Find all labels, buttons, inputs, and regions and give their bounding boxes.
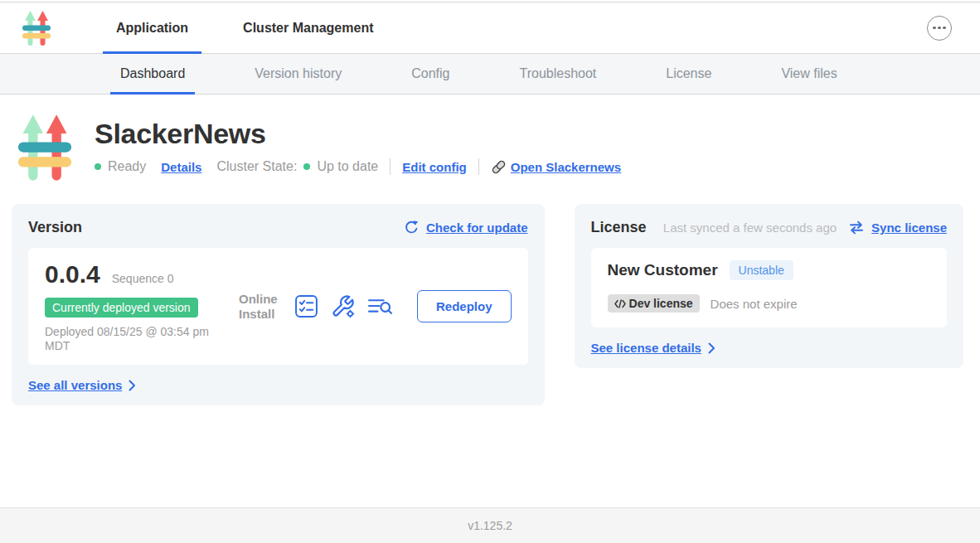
cluster-state-value: Up to date — [317, 159, 378, 174]
sequence-label: Sequence 0 — [112, 272, 174, 285]
details-link[interactable]: Details — [161, 160, 201, 174]
customer-name: New Customer — [608, 261, 718, 279]
dashboard-main: SlackerNews Ready Details Cluster State:… — [0, 95, 980, 507]
current-version-panel: 0.0.4 Sequence 0 Currently deployed vers… — [28, 248, 528, 365]
license-card: License Last synced a few seconds ago Sy… — [575, 204, 963, 368]
app-logo-small[interactable] — [22, 2, 51, 53]
open-app-link[interactable]: Open Slackernews — [511, 160, 621, 174]
see-all-versions-link[interactable]: See all versions — [28, 378, 122, 392]
divider — [478, 158, 479, 175]
check-for-update-link[interactable]: Check for update — [426, 221, 528, 235]
license-expiry: Does not expire — [711, 297, 798, 311]
cluster-state-dot — [303, 163, 310, 170]
console-footer: v1.125.2 — [0, 507, 980, 543]
license-details-panel: New Customer Unstable Dev license Does n… — [591, 248, 947, 327]
edit-config-link[interactable]: Edit config — [402, 160, 467, 174]
code-icon — [614, 299, 626, 308]
config-wrench-icon[interactable] — [331, 294, 355, 318]
divider — [390, 158, 391, 175]
top-navbar: Application Cluster Management — [0, 2, 980, 54]
license-card-title: License — [591, 219, 647, 236]
chevron-right-icon — [129, 380, 136, 391]
tab-application[interactable]: Application — [103, 2, 201, 53]
refresh-icon[interactable] — [404, 220, 420, 235]
sync-arrows-icon[interactable] — [848, 221, 865, 235]
deployed-timestamp: Deployed 08/15/25 @ 03:54 pm MDT — [45, 325, 227, 352]
license-type-badge: Dev license — [608, 294, 700, 313]
preflight-checks-icon[interactable] — [294, 294, 318, 318]
subnav-item-license[interactable]: License — [666, 54, 711, 94]
version-card-title: Version — [28, 219, 82, 236]
deploy-logs-icon[interactable] — [367, 295, 393, 318]
version-card: Version Check for update 0.0.4 Sequence … — [12, 204, 545, 405]
app-subnav: Dashboard Version history Config Trouble… — [0, 54, 980, 95]
slackernews-logo-large — [17, 111, 73, 184]
redeploy-button[interactable]: Redeploy — [417, 290, 512, 322]
cluster-state-label: Cluster State: — [216, 159, 297, 174]
overflow-menu-button[interactable] — [927, 16, 952, 41]
version-number: 0.0.4 — [45, 260, 100, 288]
install-type-label: Online Install — [239, 292, 282, 321]
deployed-badge: Currently deployed version — [45, 298, 198, 318]
chevron-right-icon — [708, 342, 716, 354]
last-synced-text: Last synced a few seconds ago — [663, 221, 837, 235]
ellipsis-icon — [933, 27, 936, 30]
subnav-item-config[interactable]: Config — [411, 54, 449, 94]
app-status-row: Ready Details Cluster State: Up to date … — [95, 158, 621, 175]
app-status-dot — [95, 163, 101, 170]
subnav-item-version-history[interactable]: Version history — [255, 54, 342, 94]
see-license-details-link[interactable]: See license details — [591, 341, 701, 355]
console-version: v1.125.2 — [468, 519, 512, 532]
channel-badge: Unstable — [730, 260, 793, 280]
license-type-label: Dev license — [629, 297, 693, 310]
subnav-item-troubleshoot[interactable]: Troubleshoot — [519, 54, 596, 94]
slackernews-logo-icon — [22, 9, 51, 47]
chain-link-icon — [491, 159, 507, 175]
subnav-item-dashboard[interactable]: Dashboard — [120, 54, 185, 94]
subnav-item-view-files[interactable]: View files — [781, 54, 837, 94]
sync-license-link[interactable]: Sync license — [871, 221, 947, 235]
dashboard-cards: Version Check for update 0.0.4 Sequence … — [0, 184, 980, 405]
tab-cluster-management[interactable]: Cluster Management — [230, 2, 386, 53]
page-title: SlackerNews — [95, 118, 621, 150]
app-header: SlackerNews Ready Details Cluster State:… — [0, 95, 980, 184]
topnav-right — [927, 2, 952, 53]
topnav-tabs: Application Cluster Management — [103, 2, 386, 53]
app-status-text: Ready — [108, 159, 146, 174]
